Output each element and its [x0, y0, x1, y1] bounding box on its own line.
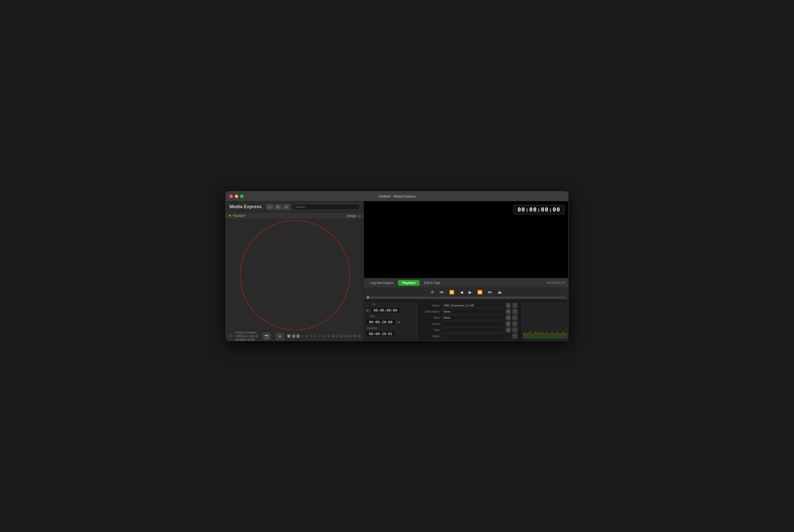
track-4[interactable]: 4 — [305, 335, 308, 338]
in-point-row: In: — [366, 303, 414, 306]
angle-label: Angle: — [422, 335, 440, 338]
play-back-icon: ◀ — [460, 290, 463, 294]
take-copy-button[interactable]: ⊞ — [506, 327, 511, 332]
track-1[interactable]: 1 — [292, 334, 296, 338]
camera-button[interactable]: 📷 — [262, 332, 271, 340]
take-input[interactable] — [442, 327, 504, 332]
fast-forward-icon: ⏩ — [477, 290, 483, 294]
list-view-button[interactable]: ≡ — [266, 204, 273, 210]
description-input[interactable] — [442, 309, 504, 314]
to-end-button[interactable]: ⏭ — [487, 289, 494, 295]
favorite-button[interactable]: ★ — [276, 332, 284, 340]
main-layout: Media Express ≡ ⊞ ★ ▼ — [226, 201, 568, 341]
app-title: Media Express — [229, 204, 262, 209]
loop-button[interactable]: ↺ — [429, 289, 435, 295]
grid-view-button[interactable]: ⊞ — [275, 204, 282, 210]
track-numbers: V 1 2 3 4 5 6 7 8 9 10 11 12 13 14 15 16 — [287, 334, 361, 338]
meter-3 — [529, 331, 531, 339]
scratch-arrow-icon: ▼ — [228, 214, 231, 218]
play-back-button[interactable]: ◀ — [458, 289, 465, 295]
fav-star-icon: ★ — [278, 334, 282, 338]
track-5[interactable]: 5 — [309, 335, 313, 338]
to-start-button[interactable]: ⏮ — [438, 289, 445, 295]
scene-add-button[interactable]: + — [512, 321, 517, 326]
track-3[interactable]: 3 — [301, 335, 304, 338]
meter-4 — [532, 334, 534, 339]
scratch-bar: ▼ *Scratch* Empty 🗂 — [226, 213, 364, 219]
media-content-area — [226, 219, 364, 331]
tabs-bar: Log and Capture Playback Edit to Tape NO… — [364, 278, 568, 288]
tab-edit-to-tape[interactable]: Edit to Tape — [420, 280, 444, 286]
name-alert-button[interactable]: ! — [512, 303, 517, 308]
out-timecode-row: 00:00:20:00 |◀ — [366, 319, 414, 325]
timeline-slider[interactable] — [366, 297, 566, 298]
close-button[interactable] — [229, 195, 233, 198]
reel-row: Reel: ⊞ + — [422, 315, 517, 320]
video-track-label[interactable]: V — [287, 334, 290, 338]
scene-input[interactable] — [442, 321, 504, 326]
reel-input[interactable] — [442, 315, 504, 320]
step-back-button[interactable]: ⏪ — [448, 289, 456, 295]
track-2[interactable]: 2 — [296, 334, 300, 338]
description-label: Description: — [422, 310, 440, 313]
scene-copy-button[interactable]: ⊞ — [506, 321, 511, 326]
fast-forward-button[interactable]: ⏩ — [476, 289, 484, 295]
track-14[interactable]: 14 — [348, 335, 352, 338]
clip-info-area: In: ▶| 00:00:00:00 Out: 00:00:20:00 |◀ D — [364, 300, 568, 341]
angle-row: Angle: + — [422, 334, 517, 339]
list-icon: ≡ — [269, 205, 271, 209]
track-9[interactable]: 9 — [327, 335, 330, 338]
track-15[interactable]: 15 — [353, 335, 356, 338]
duration-label: Duration: — [366, 326, 378, 329]
track-7[interactable]: 7 — [318, 335, 322, 338]
eject-button[interactable]: ⏏ — [496, 289, 503, 295]
star-filter-button[interactable]: ★ — [283, 204, 290, 210]
reel-label: Reel: — [422, 316, 440, 319]
minimize-button[interactable] — [235, 195, 238, 198]
track-11[interactable]: 11 — [335, 335, 339, 338]
track-6[interactable]: 6 — [314, 335, 317, 338]
reel-copy-button[interactable]: ⊞ — [506, 315, 511, 320]
tab-playback[interactable]: Playback — [398, 280, 419, 286]
meter-2 — [526, 333, 528, 339]
meter-bars — [523, 303, 567, 339]
left-panel: Media Express ≡ ⊞ ★ ▼ — [226, 201, 364, 341]
track-13[interactable]: 13 — [344, 335, 348, 338]
eject-icon: ⏏ — [498, 290, 502, 294]
tab-edit-to-tape-label: Edit to Tape — [424, 281, 440, 285]
desc-copy-button[interactable]: ⊞ — [506, 309, 511, 314]
maximize-button[interactable] — [240, 195, 244, 198]
play-icon: ▶ — [469, 290, 472, 294]
take-add-button[interactable]: + — [512, 327, 517, 332]
timeline-handle[interactable] — [366, 296, 369, 299]
desc-add-button[interactable]: + — [512, 309, 517, 314]
track-12[interactable]: 12 — [340, 335, 343, 338]
track-16[interactable]: 16 — [357, 335, 361, 338]
name-star-button[interactable]: ★ — [506, 303, 511, 308]
meter-9 — [546, 332, 548, 339]
angle-input[interactable] — [442, 334, 511, 339]
audio-meters — [522, 302, 568, 340]
track-10[interactable]: 10 — [331, 335, 335, 338]
status-text: Project Untitled 1080p24, clips 0, durat… — [235, 331, 259, 341]
right-panel: 00:00:00:00 Log and Capture Playback Edi… — [364, 201, 568, 341]
grid-icon: ⊞ — [277, 205, 279, 209]
meter-14 — [560, 333, 562, 339]
in-label: In: — [366, 303, 376, 306]
video-preview-area: 00:00:00:00 — [364, 201, 568, 278]
meter-10 — [548, 334, 550, 339]
duration-row: Duration: — [366, 326, 414, 329]
tab-log-capture[interactable]: Log and Capture — [366, 280, 398, 286]
meter-11 — [551, 331, 553, 339]
header-icons: ≡ ⊞ ★ — [266, 204, 290, 210]
step-back-icon: ⏪ — [449, 290, 454, 294]
window-controls — [229, 195, 244, 198]
search-input[interactable] — [292, 204, 360, 210]
reel-add-button[interactable]: + — [512, 315, 517, 320]
name-input[interactable] — [442, 303, 504, 308]
info-icon: ⓘ — [229, 334, 232, 338]
meter-16 — [565, 333, 567, 339]
play-button[interactable]: ▶ — [467, 289, 473, 295]
angle-add-button[interactable]: + — [512, 334, 517, 339]
track-8[interactable]: 8 — [322, 335, 326, 338]
